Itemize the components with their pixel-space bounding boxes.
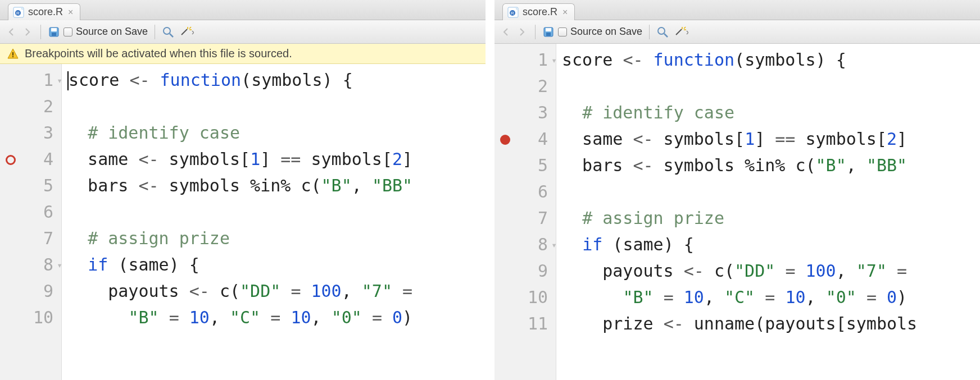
token-pun: ) { [816,47,846,74]
gutter-line[interactable]: 9 [0,278,61,305]
save-icon[interactable] [542,26,555,38]
fold-icon[interactable]: ▾ [57,258,62,272]
checkbox-box[interactable] [63,28,72,36]
gutter-line[interactable]: 2 [0,94,61,120]
token-op: <- [633,153,653,179]
code-editor[interactable]: 1▾2345678▾91011 score <- function(symbol… [494,44,980,380]
gutter-line[interactable]: 9 [494,258,556,285]
tab-score-r[interactable]: R score.R × [8,3,80,20]
code-line[interactable]: same <- symbols[1] == symbols[2] [562,126,980,153]
gutter-line[interactable]: 3 [494,100,556,126]
gutter-line[interactable]: 3 [0,120,61,146]
gutter-line[interactable]: 4 [0,146,61,173]
gutter[interactable]: 1▾2345678▾910 [0,64,62,380]
fold-icon[interactable]: ▾ [57,74,62,88]
gutter[interactable]: 1▾2345678▾91011 [494,44,556,380]
fold-icon[interactable]: ▾ [551,53,557,67]
line-number: 6 [538,179,548,205]
code-line[interactable]: payouts <- c("DD" = 100, "7" = [562,258,980,285]
token-pun: ( [118,252,128,278]
code-area[interactable]: score <- function(symbols) { # identify … [556,44,980,380]
code-editor[interactable]: 1▾2345678▾910 score <- function(symbols)… [0,64,486,380]
token-id [654,285,664,311]
code-line[interactable]: bars <- symbols %in% c("B", "BB" [67,173,486,199]
tab-label: score.R [28,6,63,18]
token-id: symbols [251,67,322,94]
tab-bar: R score.R × [494,0,980,20]
gutter-line[interactable]: 8▾ [494,232,556,258]
code-line[interactable]: # assign prize [67,226,486,252]
code-line[interactable]: if (same) { [67,252,486,278]
breakpoint-marker[interactable] [500,135,510,145]
forward-icon[interactable] [21,26,34,38]
find-icon[interactable] [656,26,669,38]
token-cmt: # identify case [88,120,240,146]
line-number: 7 [538,205,548,232]
find-icon[interactable] [162,26,174,38]
tab-score-r[interactable]: R score.R × [502,3,575,20]
gutter-line[interactable]: 4 [494,126,556,153]
token-cmt: # assign prize [88,226,230,252]
code-line[interactable]: "B" = 10, "C" = 10, "0" = 0) [67,305,486,331]
code-line[interactable]: # assign prize [562,205,980,232]
breakpoint-marker[interactable] [6,155,16,165]
code-line[interactable]: score <- function(symbols) { [67,67,486,94]
token-id [150,67,160,94]
wand-icon[interactable] [178,26,194,38]
gutter-line[interactable]: 10 [494,285,556,311]
fold-icon[interactable]: ▾ [551,238,557,252]
code-line[interactable] [562,74,980,100]
code-line[interactable] [562,179,980,205]
gutter-line[interactable]: 1▾ [494,47,556,74]
token-op: = [664,285,674,311]
gutter-line[interactable]: 7 [494,205,556,232]
token-id [301,278,311,305]
code-line[interactable] [67,94,486,120]
back-icon[interactable] [6,26,18,38]
code-line[interactable]: bars <- symbols %in% c("B", "BB" [562,153,980,179]
code-line[interactable]: score <- function(symbols) { [562,47,980,74]
gutter-line[interactable]: 7 [0,226,61,252]
svg-rect-5 [52,33,56,36]
code-line[interactable] [67,199,486,226]
token-id: payouts [765,311,836,337]
token-str: "B" [623,285,653,311]
code-line[interactable]: if (same) { [562,232,980,258]
token-id [562,285,623,311]
code-line[interactable]: same <- symbols[1] == symbols[2] [67,146,486,173]
token-op: <- [664,311,684,337]
line-number: 8 [538,232,548,258]
code-line[interactable]: # identify case [67,120,486,146]
close-icon[interactable]: × [67,8,73,17]
warning-bar: Breakpoints will be activated when this … [0,44,486,64]
source-on-save-checkbox[interactable]: Source on Save [558,26,642,38]
toolbar: Source on Save [0,20,486,44]
close-icon[interactable]: × [561,8,568,17]
source-on-save-checkbox[interactable]: Source on Save [63,26,148,38]
gutter-line[interactable]: 6 [0,199,61,226]
token-id [755,285,765,311]
gutter-line[interactable]: 8▾ [0,252,61,278]
gutter-line[interactable]: 10 [0,305,61,331]
gutter-line[interactable]: 1▾ [0,67,61,94]
token-num: 100 [311,278,342,305]
gutter-line[interactable]: 5 [494,153,556,179]
gutter-line[interactable]: 5 [0,173,61,199]
gutter-line[interactable]: 6 [494,179,556,205]
wand-icon[interactable] [672,26,689,38]
token-op: <- [623,47,643,74]
token-id [602,232,612,258]
forward-icon[interactable] [516,26,528,38]
code-line[interactable]: prize <- unname(payouts[symbols [562,311,980,337]
token-pun: , [210,305,230,331]
code-line[interactable]: "B" = 10, "C" = 10, "0" = 0) [562,285,980,311]
gutter-line[interactable]: 2 [494,74,556,100]
code-line[interactable]: # identify case [562,100,980,126]
save-icon[interactable] [48,26,60,38]
gutter-line[interactable]: 11 [494,311,556,337]
code-line[interactable]: payouts <- c("DD" = 100, "7" = [67,278,486,305]
token-id [280,278,291,305]
back-icon[interactable] [500,26,512,38]
code-area[interactable]: score <- function(symbols) { # identify … [62,64,486,380]
checkbox-box[interactable] [558,28,567,36]
